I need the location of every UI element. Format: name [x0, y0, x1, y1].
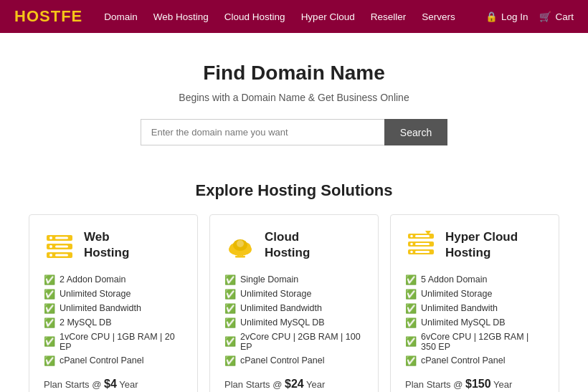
feature-item: ✅cPanel Control Panel — [224, 353, 364, 368]
nav-hyper-cloud[interactable]: Hyper Cloud — [301, 11, 355, 22]
cloud-hosting-icon — [224, 229, 256, 261]
svg-rect-7 — [55, 246, 68, 248]
check-icon: ✅ — [44, 289, 55, 300]
web-hosting-card: WebHosting ✅2 Addon Domain ✅Unlimited St… — [29, 214, 198, 392]
svg-point-3 — [49, 236, 52, 239]
svg-rect-6 — [55, 237, 68, 239]
feature-item: ✅Unlimited Bandwidth — [224, 301, 364, 315]
svg-point-20 — [410, 235, 413, 238]
hyper-cloud-features: ✅5 Addon Domain ✅Unlimited Storage ✅Unli… — [405, 272, 544, 368]
check-icon: ✅ — [224, 336, 236, 347]
cloud-hosting-card: CloudHosting ✅Single Domain ✅Unlimited S… — [209, 214, 379, 392]
check-icon: ✅ — [224, 289, 236, 300]
solutions-title: Explore Hosting Solutions — [29, 181, 559, 200]
web-hosting-features: ✅2 Addon Domain ✅Unlimited Storage ✅Unli… — [44, 272, 183, 368]
nav-cloud-hosting[interactable]: Cloud Hosting — [224, 11, 285, 22]
feature-item: ✅2 MySQL DB — [44, 315, 183, 330]
feature-item: ✅cPanel Control Panel — [44, 353, 183, 368]
check-icon: ✅ — [44, 317, 55, 328]
search-button[interactable]: Search — [384, 119, 447, 145]
check-icon: ✅ — [405, 355, 417, 366]
hosting-cards: WebHosting ✅2 Addon Domain ✅Unlimited St… — [29, 214, 559, 392]
svg-point-22 — [410, 251, 413, 254]
feature-item: ✅Unlimited Storage — [44, 287, 183, 301]
nav-web-hosting[interactable]: Web Hosting — [153, 11, 209, 22]
feature-item: ✅Unlimited MySQL DB — [224, 315, 364, 330]
hyper-cloud-price: Plan Starts @ $150 Year — [405, 378, 544, 391]
feature-item: ✅2 Addon Domain — [44, 272, 183, 287]
cart-icon: 🛒 — [539, 11, 551, 22]
feature-item: ✅Unlimited MySQL DB — [405, 315, 544, 330]
logo-host-text: HOST — [14, 7, 61, 25]
card-header-web: WebHosting — [44, 229, 183, 261]
feature-item: ✅Unlimited Bandwidth — [44, 301, 183, 315]
feature-item: ✅Unlimited Bandwith — [405, 301, 544, 315]
feature-item: ✅2vCore CPU | 2GB RAM | 100 EP — [224, 330, 364, 353]
nav-links: Domain Web Hosting Cloud Hosting Hyper C… — [104, 11, 485, 22]
hero-section: Find Domain Name Begins with a Domain Na… — [0, 33, 588, 167]
check-icon: ✅ — [44, 303, 55, 314]
svg-rect-14 — [242, 251, 243, 256]
svg-point-5 — [49, 254, 52, 257]
check-icon: ✅ — [405, 274, 417, 285]
domain-search-bar: Search — [14, 119, 574, 145]
svg-point-4 — [49, 245, 52, 248]
login-link[interactable]: 🔒 Log In — [485, 11, 528, 22]
svg-rect-15 — [235, 256, 245, 258]
nav-servers[interactable]: Servers — [422, 11, 455, 22]
hyper-cloud-title: Hyper CloudHosting — [445, 229, 518, 261]
svg-point-21 — [410, 243, 413, 246]
svg-rect-25 — [415, 251, 430, 253]
check-icon: ✅ — [224, 274, 236, 285]
hero-title: Find Domain Name — [14, 62, 574, 85]
hero-subtitle: Begins with a Domain Name & Get Business… — [14, 92, 574, 103]
check-icon: ✅ — [405, 336, 417, 347]
domain-search-input[interactable] — [141, 119, 384, 145]
card-header-cloud: CloudHosting — [224, 229, 364, 261]
feature-item: ✅6vCore CPU | 12GB RAM | 350 EP — [405, 330, 544, 353]
svg-rect-8 — [55, 254, 68, 257]
cart-link[interactable]: 🛒 Cart — [539, 11, 574, 22]
cloud-hosting-title: CloudHosting — [265, 229, 310, 261]
hyper-cloud-icon — [405, 229, 437, 261]
svg-point-16 — [237, 240, 244, 247]
web-hosting-icon — [44, 229, 75, 261]
logo-fe-text: FE — [61, 7, 82, 25]
nav-right: 🔒 Log In 🛒 Cart — [485, 11, 574, 22]
hyper-cloud-card: Hyper CloudHosting ✅5 Addon Domain ✅Unli… — [390, 214, 559, 392]
svg-rect-23 — [415, 235, 430, 237]
check-icon: ✅ — [224, 355, 236, 366]
check-icon: ✅ — [405, 289, 417, 300]
check-icon: ✅ — [405, 303, 417, 314]
feature-item: ✅Unlimited Storage — [224, 287, 364, 301]
web-hosting-price: Plan Starts @ $4 Year — [44, 378, 183, 391]
check-icon: ✅ — [224, 317, 236, 328]
check-icon: ✅ — [405, 317, 417, 328]
check-icon: ✅ — [44, 274, 55, 285]
feature-item: ✅1vCore CPU | 1GB RAM | 20 EP — [44, 330, 183, 353]
card-header-hyper: Hyper CloudHosting — [405, 229, 544, 261]
nav-domain[interactable]: Domain — [104, 11, 138, 22]
cloud-hosting-features: ✅Single Domain ✅Unlimited Storage ✅Unlim… — [224, 272, 364, 368]
check-icon: ✅ — [224, 303, 236, 314]
check-icon: ✅ — [44, 355, 55, 366]
feature-item: ✅cPanel Control Panel — [405, 353, 544, 368]
lock-icon: 🔒 — [485, 11, 498, 22]
check-icon: ✅ — [44, 336, 55, 347]
site-logo[interactable]: HOSTFE — [14, 7, 82, 26]
svg-rect-24 — [415, 243, 430, 245]
web-hosting-title: WebHosting — [84, 229, 129, 261]
nav-reseller[interactable]: Reseller — [371, 11, 407, 22]
solutions-section: Explore Hosting Solutions WebHosting — [0, 167, 588, 392]
svg-rect-13 — [237, 251, 239, 256]
feature-item: ✅5 Addon Domain — [405, 272, 544, 287]
feature-item: ✅Single Domain — [224, 272, 364, 287]
cloud-hosting-price: Plan Starts @ $24 Year — [224, 378, 364, 391]
feature-item: ✅Unlimited Storage — [405, 287, 544, 301]
